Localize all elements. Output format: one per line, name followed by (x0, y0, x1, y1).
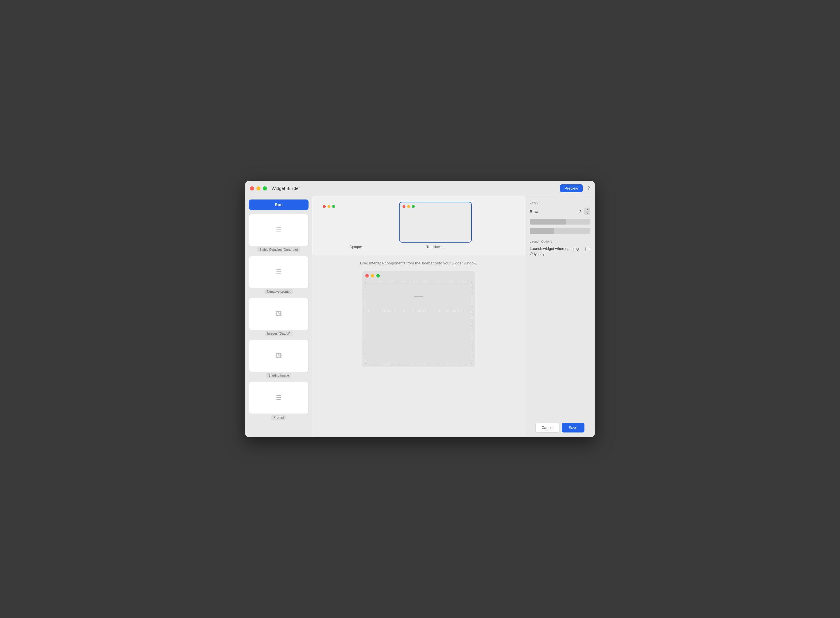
translucent-min-dot (407, 205, 410, 208)
slider-row-2 (530, 228, 590, 234)
title-bar: Widget Builder Preview ? (245, 181, 595, 196)
text-lines-icon-2: ☰ (276, 268, 282, 276)
stable-diffusion-widget[interactable]: ☰ (249, 214, 308, 246)
panel-footer: Cancel Save (530, 423, 590, 432)
window-title: Widget Builder (271, 186, 560, 191)
maximize-button[interactable] (263, 186, 267, 190)
slider-2[interactable] (530, 228, 590, 234)
stable-diffusion-label: Stable Diffusion (Generate) (257, 247, 301, 252)
starting-image-label: Starting image (266, 373, 291, 378)
images-output-widget[interactable]: 🖼 (249, 298, 308, 330)
widget-canvas (362, 271, 475, 367)
preview-button[interactable]: Preview (560, 184, 583, 192)
close-button[interactable] (250, 186, 254, 190)
opaque-min-dot (327, 205, 330, 208)
opaque-preview[interactable] (319, 202, 392, 242)
slider-1-fill (530, 219, 566, 224)
opaque-titlebar (320, 202, 391, 211)
images-output-label: Images (Output) (265, 331, 292, 336)
translucent-option[interactable]: Translucent (399, 202, 472, 249)
rows-row: Rows 2 ▲ ▼ (530, 208, 590, 215)
slider-2-fill (530, 228, 554, 234)
opaque-max-dot (332, 205, 335, 208)
translucent-titlebar (400, 202, 471, 211)
panel-spacer (530, 260, 590, 419)
launch-options-section: Launch Options Launch widget when openin… (530, 239, 590, 257)
negative-prompt-widget[interactable]: ☰ (249, 256, 308, 288)
app-window: Widget Builder Preview ? Run ☰ Stable Di… (245, 181, 595, 437)
opaque-label: Opaque (350, 245, 362, 249)
sidebar-item-starting-image[interactable]: 🖼 Starting image (249, 340, 308, 378)
save-button[interactable]: Save (562, 423, 584, 432)
rows-increment[interactable]: ▲ (584, 208, 590, 211)
image-plus-icon: 🖼 (276, 352, 282, 360)
layout-section-title: Layout (530, 201, 590, 204)
prompt-label: Prompt (271, 415, 286, 420)
canvas-top-section[interactable] (365, 282, 472, 311)
starting-image-widget[interactable]: 🖼 (249, 340, 308, 372)
rows-value: 2 (578, 209, 583, 214)
canvas-min-dot (371, 274, 374, 278)
drop-zone[interactable]: Drag interface components from the sideb… (312, 255, 525, 437)
opaque-close-dot (323, 205, 326, 208)
canvas-drop-area[interactable] (365, 282, 473, 364)
canvas-max-dot (376, 274, 380, 278)
launch-widget-label: Launch widget when opening Odyssey (530, 246, 583, 257)
sidebar-item-stable-diffusion[interactable]: ☰ Stable Diffusion (Generate) (249, 214, 308, 252)
help-icon[interactable]: ? (587, 186, 590, 191)
slider-row-1 (530, 219, 590, 224)
traffic-lights (250, 186, 267, 190)
launch-widget-checkbox[interactable] (585, 247, 590, 251)
main-content: Run ☰ Stable Diffusion (Generate) ☰ Nega… (245, 196, 595, 437)
rows-stepper-buttons[interactable]: ▲ ▼ (584, 208, 590, 215)
minimize-button[interactable] (256, 186, 261, 190)
cancel-button[interactable]: Cancel (535, 423, 559, 432)
canvas-close-dot (365, 274, 369, 278)
opaque-option[interactable]: Opaque (319, 202, 392, 249)
translucent-preview[interactable] (399, 202, 472, 242)
sidebar: Run ☰ Stable Diffusion (Generate) ☰ Nega… (245, 196, 312, 437)
right-panel: Layout Rows 2 ▲ ▼ (525, 196, 595, 437)
negative-prompt-label: Negative prompt (265, 289, 293, 294)
prompt-widget[interactable]: ☰ (249, 382, 308, 414)
launch-widget-row: Launch widget when opening Odyssey (530, 246, 590, 257)
launch-options-title: Launch Options (530, 240, 552, 243)
sidebar-item-negative-prompt[interactable]: ☰ Negative prompt (249, 256, 308, 294)
sidebar-item-prompt[interactable]: ☰ Prompt (249, 382, 308, 420)
drag-handle (414, 296, 423, 297)
slider-1[interactable] (530, 219, 590, 224)
rows-stepper[interactable]: 2 ▲ ▼ (578, 208, 590, 215)
translucent-close-dot (403, 205, 406, 208)
image-icon: 🖼 (276, 310, 282, 318)
translucent-max-dot (412, 205, 415, 208)
rows-decrement[interactable]: ▼ (584, 211, 590, 215)
canvas-titlebar (362, 271, 475, 281)
rows-label: Rows (530, 209, 539, 214)
translucent-label: Translucent (427, 245, 444, 249)
widget-selector: Opaque Translucent (312, 196, 525, 255)
drop-instruction: Drag interface components from the sideb… (360, 261, 477, 265)
prompt-icon: ☰ (276, 394, 282, 402)
center-panel: Opaque Translucent Drag interf (312, 196, 525, 437)
text-lines-icon: ☰ (276, 226, 282, 234)
canvas-bottom-section[interactable] (365, 311, 472, 364)
run-button[interactable]: Run (249, 199, 308, 210)
sidebar-item-images-output[interactable]: 🖼 Images (Output) (249, 298, 308, 336)
